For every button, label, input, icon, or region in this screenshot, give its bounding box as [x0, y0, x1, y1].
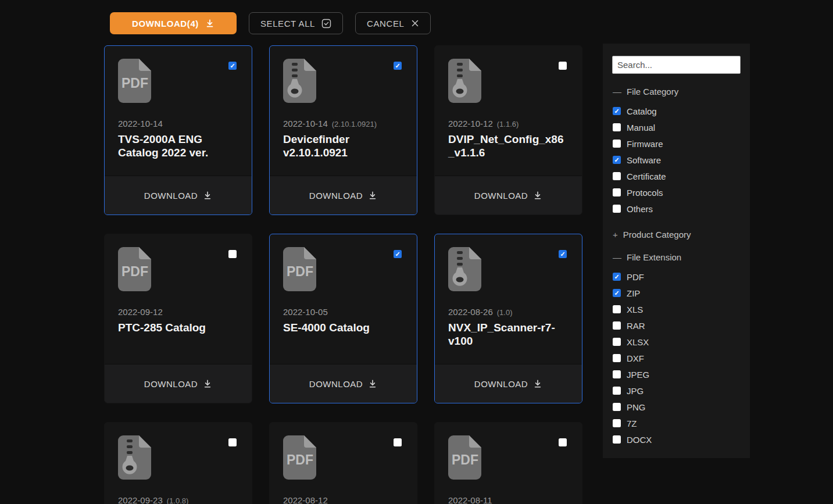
filter-checkbox[interactable]	[613, 123, 621, 131]
filter-checkbox[interactable]	[613, 370, 621, 378]
close-icon	[411, 19, 419, 27]
filter-checkbox[interactable]	[613, 354, 621, 362]
filter-item-7z[interactable]: 7Z	[613, 415, 741, 431]
filter-item-xls[interactable]: XLS	[613, 301, 741, 317]
filter-item-firmware[interactable]: Firmware	[613, 135, 741, 152]
filter-checkbox[interactable]	[613, 321, 621, 330]
card-download-label: DOWNLOAD	[474, 379, 528, 389]
card-download-button[interactable]: DOWNLOAD	[435, 176, 582, 215]
card-download-label: DOWNLOAD	[144, 191, 198, 201]
card-checkbox[interactable]	[394, 62, 402, 70]
card-checkbox[interactable]	[559, 250, 567, 258]
card-checkbox[interactable]	[559, 438, 567, 446]
filter-item-software[interactable]: Software	[613, 152, 741, 168]
file-card[interactable]: PDF 2022-08-26(1.0) NVX_IP_Scanner-r7-v1…	[434, 234, 582, 403]
file-extension-list: PDF ZIP XLS RAR XLSX DXF JPEG JPG PNG 7Z…	[612, 269, 741, 448]
pdf-file-icon: PDF	[118, 59, 151, 103]
filter-checkbox[interactable]	[613, 419, 621, 427]
card-checkbox[interactable]	[394, 250, 402, 258]
filter-item-rar[interactable]: RAR	[613, 317, 741, 334]
filter-checkbox[interactable]	[613, 140, 621, 148]
section-title: Product Category	[623, 230, 691, 240]
filter-item-protocols[interactable]: Protocols	[613, 184, 741, 201]
filter-item-dxf[interactable]: DXF	[613, 350, 741, 366]
cancel-button[interactable]: CANCEL	[355, 12, 430, 34]
filter-checkbox[interactable]	[613, 435, 621, 444]
card-checkbox[interactable]	[228, 438, 237, 446]
filter-checkbox[interactable]	[613, 289, 621, 297]
filter-item-others[interactable]: Others	[613, 201, 741, 217]
filter-checkbox[interactable]	[613, 172, 621, 180]
filter-checkbox[interactable]	[613, 305, 621, 313]
filter-label: PDF	[627, 272, 644, 282]
file-card[interactable]: PDF 2022-10-12(1.1.6) DVIP_Net_Config_x8…	[434, 45, 582, 215]
filter-checkbox[interactable]	[613, 156, 621, 164]
filter-label: Software	[627, 155, 661, 165]
filter-label: Protocols	[627, 188, 663, 198]
card-download-button[interactable]: DOWNLOAD	[105, 176, 252, 215]
filter-checkbox[interactable]	[613, 403, 621, 411]
download-icon	[205, 19, 214, 28]
svg-text:PDF: PDF	[452, 452, 478, 467]
filter-panel: — File Category Catalog Manual Firmware …	[603, 44, 750, 458]
filter-item-jpeg[interactable]: JPEG	[613, 366, 741, 383]
card-download-button[interactable]: DOWNLOAD	[270, 364, 417, 403]
filter-item-pdf[interactable]: PDF	[613, 269, 741, 285]
filter-label: DXF	[627, 353, 644, 363]
search-input[interactable]	[612, 56, 741, 74]
filter-checkbox[interactable]	[613, 107, 621, 115]
filter-item-xlsx[interactable]: XLSX	[613, 334, 741, 350]
card-checkbox[interactable]	[228, 62, 237, 70]
filter-item-catalog[interactable]: Catalog	[613, 103, 741, 119]
filter-label: XLS	[627, 305, 643, 314]
filter-item-jpg[interactable]: JPG	[613, 383, 741, 399]
collapse-icon: —	[613, 87, 621, 96]
filter-label: Firmware	[627, 139, 663, 149]
file-date: 2022-10-05	[283, 307, 328, 317]
file-card-grid: PDF 2022-10-14 TVS-2000A ENG Catalog 202…	[104, 45, 582, 504]
file-card[interactable]: PDF 2022-09-12 PTC-285 Catalog DOWNLOAD	[104, 234, 252, 403]
file-card[interactable]: PDF 2022-08-11 DOWNLOAD	[434, 422, 582, 504]
filter-checkbox[interactable]	[613, 188, 621, 196]
card-download-button[interactable]: DOWNLOAD	[435, 364, 582, 403]
zip-file-icon	[448, 59, 481, 103]
file-title: NVX_IP_Scanner-r7-v100	[448, 321, 569, 348]
file-card[interactable]: PDF 2022-10-14 TVS-2000A ENG Catalog 202…	[104, 45, 252, 215]
file-title: TVS-2000A ENG Catalog 2022 ver.	[118, 133, 238, 159]
download-icon	[533, 191, 542, 200]
filter-checkbox[interactable]	[613, 338, 621, 346]
download-icon	[203, 191, 212, 200]
card-checkbox[interactable]	[394, 438, 402, 446]
filter-item-docx[interactable]: DOCX	[613, 431, 741, 448]
filter-item-certificate[interactable]: Certificate	[613, 168, 741, 184]
filter-label: 7Z	[627, 419, 637, 428]
card-checkbox[interactable]	[559, 62, 567, 70]
filter-item-manual[interactable]: Manual	[613, 119, 741, 135]
file-card[interactable]: PDF 2022-10-14(2.10.1.0921) Devicefinder…	[269, 45, 417, 215]
download-selected-button[interactable]: DOWNLOAD(4)	[110, 12, 237, 34]
zip-file-icon	[118, 435, 151, 480]
filter-checkbox[interactable]	[613, 205, 621, 213]
download-icon	[203, 379, 212, 388]
file-date: 2022-10-12	[448, 119, 493, 128]
section-header-product-category[interactable]: + Product Category	[613, 230, 741, 240]
filter-item-zip[interactable]: ZIP	[613, 285, 741, 301]
filter-label: JPEG	[627, 370, 649, 380]
card-checkbox[interactable]	[228, 250, 237, 258]
filter-checkbox[interactable]	[613, 387, 621, 395]
file-card[interactable]: PDF 2022-08-12 DOWNLOAD	[269, 422, 417, 504]
svg-text:PDF: PDF	[121, 76, 148, 91]
select-all-label: SELECT ALL	[260, 19, 315, 28]
filter-checkbox[interactable]	[613, 273, 621, 281]
filter-label: Catalog	[627, 106, 657, 116]
file-title: PTC-285 Catalog	[118, 321, 238, 334]
select-all-button[interactable]: SELECT ALL	[249, 12, 343, 34]
card-download-button[interactable]: DOWNLOAD	[270, 176, 417, 215]
file-version: (2.10.1.0921)	[332, 120, 377, 128]
section-header-file-extension[interactable]: — File Extension	[613, 252, 741, 262]
filter-item-png[interactable]: PNG	[613, 399, 741, 415]
section-header-file-category[interactable]: — File Category	[613, 87, 741, 96]
card-download-button[interactable]: DOWNLOAD	[105, 364, 252, 403]
file-card[interactable]: PDF 2022-09-23(1.0.8) DOWNLOAD	[104, 422, 252, 504]
file-card[interactable]: PDF 2022-10-05 SE-4000 Catalog DOWNLOAD	[269, 234, 417, 403]
